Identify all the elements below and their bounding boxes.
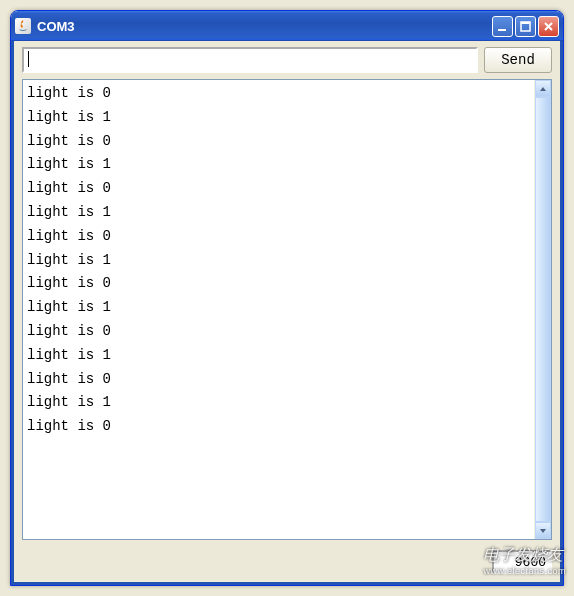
command-input[interactable] [22, 47, 478, 73]
status-bar [14, 546, 560, 582]
console-output[interactable]: light is 0 light is 1 light is 0 light i… [23, 80, 534, 539]
send-button[interactable]: Send [484, 47, 552, 73]
scroll-track[interactable] [535, 97, 551, 522]
java-icon [15, 18, 31, 34]
scroll-thumb[interactable] [535, 97, 551, 522]
maximize-button[interactable] [515, 16, 536, 37]
application-window: COM3 Send light is 0 light is 1 light is… [10, 10, 564, 586]
window-controls [492, 16, 559, 37]
svg-rect-0 [498, 29, 506, 31]
svg-rect-2 [521, 22, 530, 24]
minimize-button[interactable] [492, 16, 513, 37]
input-toolbar: Send [14, 41, 560, 79]
baud-rate-field[interactable] [492, 550, 552, 574]
vertical-scrollbar[interactable] [534, 80, 551, 539]
console-panel: light is 0 light is 1 light is 0 light i… [22, 79, 552, 540]
window-body: Send light is 0 light is 1 light is 0 li… [11, 41, 563, 585]
text-caret [28, 51, 29, 67]
title-bar[interactable]: COM3 [11, 11, 563, 41]
scroll-down-button[interactable] [535, 522, 551, 539]
scroll-up-button[interactable] [535, 80, 551, 97]
close-button[interactable] [538, 16, 559, 37]
window-title: COM3 [37, 19, 492, 34]
